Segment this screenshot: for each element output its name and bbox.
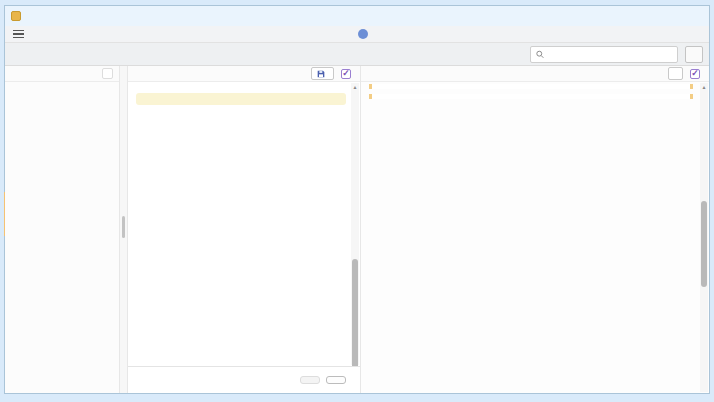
text-fragment	[369, 84, 693, 89]
save-button[interactable]	[311, 67, 334, 80]
conditions-panel: ▲	[128, 66, 361, 393]
changed-fragments-toggle[interactable]	[690, 69, 703, 79]
conditions-scrollbar[interactable]: ▲	[351, 83, 359, 365]
text-fragment	[369, 94, 693, 99]
scrollbar-thumb[interactable]	[352, 259, 358, 366]
menu-icon[interactable]	[13, 30, 24, 39]
find-button[interactable]	[685, 46, 703, 63]
search-input[interactable]	[548, 49, 672, 60]
info-icon[interactable]	[358, 29, 368, 39]
sections-sidebar	[5, 66, 119, 393]
scroll-up-icon[interactable]: ▲	[700, 84, 708, 90]
splitter-handle-icon[interactable]	[122, 216, 125, 238]
warnings-checkbox[interactable]	[341, 69, 351, 79]
app-window: ▲	[4, 5, 710, 394]
app-icon	[11, 11, 21, 21]
changed-fragments-checkbox[interactable]	[690, 69, 700, 79]
conditions-scroll-area: ▲	[128, 82, 360, 366]
title-bar	[5, 6, 709, 26]
toolbar	[5, 26, 709, 43]
floppy-icon	[317, 70, 325, 78]
document-title	[37, 29, 693, 39]
wizard-footer	[128, 366, 360, 393]
collapse-sidebar-button[interactable]	[102, 68, 113, 79]
previous-step-button[interactable]	[300, 376, 320, 384]
warnings-toggle[interactable]	[341, 69, 354, 79]
document-area: ▲	[361, 82, 709, 393]
fragments-panel: ▲	[361, 66, 709, 393]
biometric-note	[136, 93, 346, 105]
scroll-up-icon[interactable]: ▲	[351, 84, 359, 90]
document-scrollbar[interactable]: ▲	[700, 83, 708, 392]
splitter-left[interactable]	[119, 66, 128, 393]
search-box	[530, 46, 678, 63]
scrollbar-thumb[interactable]	[701, 201, 707, 287]
tab-row	[5, 43, 709, 66]
next-step-button[interactable]	[326, 376, 346, 384]
export-to-word-button[interactable]	[668, 67, 683, 80]
search-icon	[536, 50, 544, 59]
